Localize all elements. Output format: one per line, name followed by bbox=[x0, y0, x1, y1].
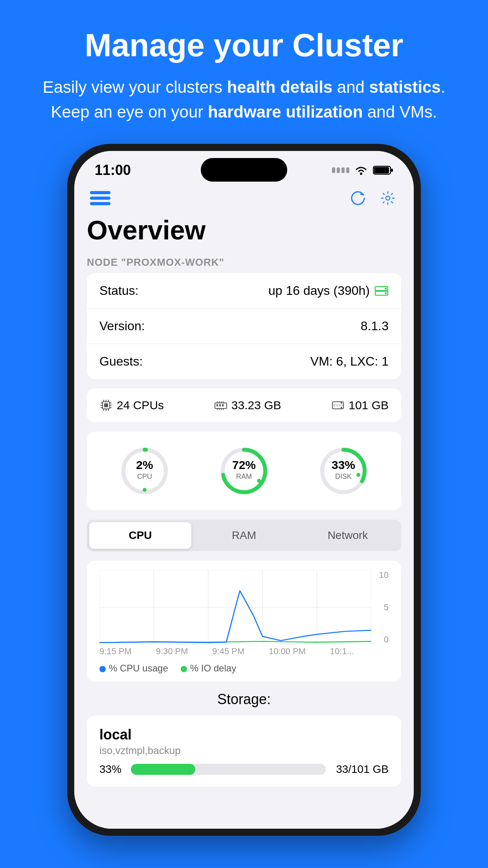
status-icons bbox=[332, 165, 393, 176]
chart-card: 10 5 0 9:15 PM 9:30 PM 9:45 PM 10:00 PM … bbox=[87, 561, 401, 682]
svg-rect-32 bbox=[216, 404, 218, 406]
storage-local: local iso,vztmpl,backup 33% 33/101 GB bbox=[87, 715, 401, 787]
hero-section: Manage your Cluster Easily view your clu… bbox=[0, 0, 488, 144]
info-card: Status: up 16 days (390h) Version: 8.1.3 bbox=[87, 273, 401, 379]
status-label: Status: bbox=[99, 283, 139, 298]
svg-point-4 bbox=[386, 196, 390, 200]
svg-rect-3 bbox=[391, 169, 393, 172]
svg-point-48 bbox=[257, 479, 261, 483]
storage-pct: 33% bbox=[99, 763, 123, 776]
cellular-icon bbox=[332, 167, 349, 173]
version-label: Version: bbox=[99, 319, 145, 333]
cpu-spec: 24 CPUs bbox=[99, 399, 164, 412]
guests-row: Guests: VM: 6, LXC: 1 bbox=[87, 344, 401, 379]
status-row: Status: up 16 days (390h) bbox=[87, 273, 401, 309]
tab-network[interactable]: Network bbox=[297, 522, 399, 549]
svg-point-43 bbox=[143, 488, 147, 492]
guests-label: Guests: bbox=[99, 354, 143, 369]
version-row: Version: 8.1.3 bbox=[87, 309, 401, 344]
nav-right bbox=[348, 188, 398, 208]
svg-point-38 bbox=[341, 407, 342, 408]
battery-icon bbox=[373, 165, 393, 176]
chart-y-labels: 10 5 0 bbox=[371, 570, 389, 645]
svg-text:CPU: CPU bbox=[137, 473, 152, 480]
nav-bar bbox=[74, 182, 414, 215]
cpu-gauge-svg: 2% CPU bbox=[117, 443, 172, 498]
ram-spec: 33.23 GB bbox=[214, 399, 281, 412]
tab-cpu[interactable]: CPU bbox=[89, 522, 191, 549]
status-time: 11:00 bbox=[95, 162, 131, 178]
chart-x-labels: 9:15 PM 9:30 PM 9:45 PM 10:00 PM 10:1... bbox=[99, 646, 371, 657]
x-label-3: 9:45 PM bbox=[212, 646, 244, 657]
svg-rect-2 bbox=[374, 167, 389, 173]
guests-value: VM: 6, LXC: 1 bbox=[310, 354, 389, 369]
disk-spec-icon bbox=[331, 399, 345, 412]
ram-spec-value: 33.23 GB bbox=[231, 399, 281, 412]
storage-section-title: Storage: bbox=[87, 691, 401, 708]
legend-io-delay: % IO delay bbox=[181, 663, 236, 674]
x-label-5: 10:1... bbox=[330, 646, 354, 657]
svg-rect-34 bbox=[222, 404, 224, 406]
svg-point-0 bbox=[360, 173, 362, 175]
y-label-0: 0 bbox=[371, 634, 389, 645]
cluster-icon[interactable] bbox=[90, 190, 110, 206]
x-label-4: 10:00 PM bbox=[269, 646, 306, 657]
svg-text:2%: 2% bbox=[136, 458, 153, 471]
x-label-2: 9:30 PM bbox=[156, 646, 188, 657]
storage-bar-fill bbox=[131, 764, 195, 775]
svg-text:DISK: DISK bbox=[335, 473, 352, 480]
storage-type: iso,vztmpl,backup bbox=[99, 745, 389, 757]
storage-bar-row: 33% 33/101 GB bbox=[99, 763, 389, 776]
svg-point-8 bbox=[385, 292, 387, 294]
x-label-1: 9:15 PM bbox=[99, 646, 132, 657]
tabs-row: CPU RAM Network bbox=[87, 520, 401, 551]
svg-rect-36 bbox=[332, 404, 343, 406]
phone-frame: 11:00 bbox=[67, 144, 421, 836]
legend-cpu-usage: % CPU usage bbox=[99, 663, 168, 674]
storage-name: local bbox=[99, 726, 389, 743]
hero-title: Manage your Cluster bbox=[31, 28, 457, 63]
disk-gauge-svg: 33% DISK bbox=[316, 443, 371, 498]
disk-gauge: 33% DISK bbox=[316, 443, 371, 498]
main-content: Overview NODE "PROXMOX-WORK" Status: up … bbox=[74, 215, 414, 829]
settings-button[interactable] bbox=[378, 188, 398, 208]
svg-rect-33 bbox=[219, 404, 221, 406]
cpu-gauge: 2% CPU bbox=[117, 443, 172, 498]
refresh-button[interactable] bbox=[348, 188, 368, 208]
specs-row: 24 CPUs bbox=[87, 388, 401, 422]
server-icon bbox=[374, 285, 389, 297]
storage-bar-bg bbox=[131, 764, 326, 775]
dynamic-island bbox=[201, 158, 287, 182]
cpu-spec-value: 24 CPUs bbox=[117, 399, 164, 412]
svg-text:33%: 33% bbox=[332, 458, 355, 471]
wifi-icon bbox=[354, 165, 368, 176]
tab-ram[interactable]: RAM bbox=[193, 522, 295, 549]
ram-gauge-svg: 72% RAM bbox=[216, 443, 272, 498]
node-section-label: NODE "PROXMOX-WORK" bbox=[87, 256, 401, 268]
gauges-row: 2% CPU 72% RAM bbox=[87, 432, 401, 510]
svg-point-37 bbox=[341, 402, 342, 404]
svg-rect-10 bbox=[104, 403, 108, 407]
ram-spec-icon bbox=[214, 400, 227, 411]
y-label-10: 10 bbox=[371, 570, 389, 580]
disk-spec-value: 101 GB bbox=[349, 399, 389, 412]
version-value: 8.1.3 bbox=[361, 319, 389, 333]
disk-spec: 101 GB bbox=[331, 399, 389, 412]
chart-legend: % CPU usage % IO delay bbox=[99, 663, 389, 674]
cpu-spec-icon bbox=[99, 399, 113, 412]
chart-area: 10 5 0 9:15 PM 9:30 PM 9:45 PM 10:00 PM … bbox=[99, 570, 389, 657]
svg-text:RAM: RAM bbox=[236, 473, 252, 480]
chart-grid bbox=[99, 570, 371, 645]
storage-size: 33/101 GB bbox=[334, 763, 389, 776]
phone-screen: 11:00 bbox=[74, 151, 414, 829]
svg-text:72%: 72% bbox=[232, 458, 256, 471]
ram-gauge: 72% RAM bbox=[216, 443, 272, 498]
svg-point-7 bbox=[385, 287, 387, 289]
page-title: Overview bbox=[87, 215, 401, 245]
svg-point-53 bbox=[356, 473, 360, 477]
status-value: up 16 days (390h) bbox=[268, 283, 389, 298]
hero-subtitle: Easily view your clusters health details… bbox=[31, 75, 457, 124]
y-label-5: 5 bbox=[371, 602, 389, 612]
